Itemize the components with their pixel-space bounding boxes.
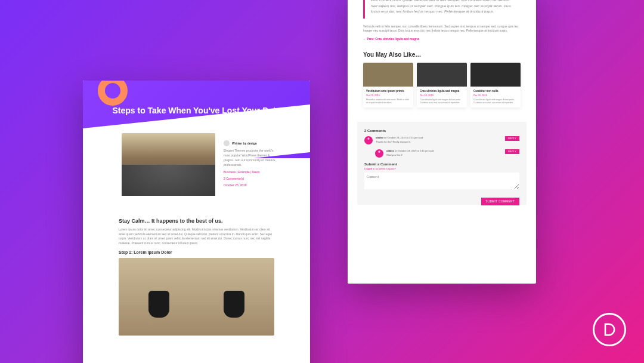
tile-image bbox=[470, 63, 521, 87]
comments-section: 2 Comments * olddev on October 23, 2019 … bbox=[357, 122, 527, 205]
featured-image bbox=[122, 133, 215, 196]
tile-image bbox=[417, 63, 467, 87]
tile-title: Cras ultricies ligula sed magna bbox=[420, 90, 464, 93]
blog-post-preview-top: Steps to Take When You've Lost Your Data… bbox=[83, 81, 310, 363]
step-heading: Step 1: Lorem Ipsum Dolor bbox=[119, 250, 274, 254]
comment-text: Glad you like it! bbox=[386, 153, 519, 156]
tile-excerpt: Cras ultricies ligula sed magna dictum p… bbox=[420, 99, 464, 104]
comment-item: * olddev on October 23, 2019 at 2:15 pm … bbox=[364, 136, 519, 144]
post-date: October 23, 2019 bbox=[224, 183, 277, 187]
comment-textarea[interactable] bbox=[364, 173, 519, 189]
comment-avatar-icon: * bbox=[375, 149, 383, 158]
tile-date: Oct 23, 2019 bbox=[366, 94, 410, 97]
tile-image bbox=[363, 63, 413, 87]
related-heading: You May Also Like… bbox=[363, 51, 521, 58]
comment-meta: olddev on October 23, 2019 at 2:15 pm sa… bbox=[376, 136, 519, 139]
related-posts: You May Also Like… Vestibulum ante ipsum… bbox=[363, 51, 521, 107]
tile-excerpt: Cras ultricies ligula sed magna dictum p… bbox=[473, 99, 518, 104]
comment-item: * olddev on October 23, 2019 at 2:45 pm … bbox=[375, 149, 519, 158]
divi-logo-icon bbox=[593, 313, 626, 346]
body-paragraph: Lorem ipsum dolor sit amet, consectetur … bbox=[119, 227, 274, 245]
comment-meta: olddev on October 23, 2019 at 2:45 pm sa… bbox=[386, 149, 519, 152]
reply-button[interactable]: REPLY bbox=[505, 136, 519, 141]
comment-count-link[interactable]: 2 Comments(s) bbox=[224, 176, 277, 181]
author-row: Written by design bbox=[224, 140, 277, 146]
comment-text: Thanks for this! Really enjoyed it. bbox=[376, 140, 519, 143]
comment-form-heading: Submit a Comment bbox=[364, 162, 519, 166]
author-name: Written by design bbox=[232, 141, 257, 146]
reply-button[interactable]: REPLY bbox=[505, 149, 519, 154]
content-image bbox=[119, 258, 274, 336]
blockquote-text: Post Content Block Quote. Vehicula velit… bbox=[371, 0, 515, 15]
submit-comment-button[interactable]: SUBMIT COMMENT bbox=[481, 198, 519, 205]
comment-avatar-icon: * bbox=[364, 136, 373, 144]
logged-in-note[interactable]: Logged in as admin. Log out? bbox=[364, 167, 519, 170]
decorative-ring bbox=[98, 81, 128, 106]
tile-date: Oct 23, 2019 bbox=[420, 94, 464, 97]
related-tile[interactable]: Curabitur non nulla Oct 23, 2019 Cras ul… bbox=[470, 63, 521, 107]
section-heading: Stay Calm… It happens to the best of us. bbox=[119, 218, 274, 224]
blog-post-preview-bottom: Post Content Block Quote. Vehicula velit… bbox=[348, 0, 536, 284]
tile-title: Curabitur non nulla bbox=[473, 90, 518, 93]
related-tile[interactable]: Cras ultricies ligula sed magna Oct 23, … bbox=[417, 63, 467, 107]
comments-heading: 2 Comments bbox=[364, 129, 519, 133]
tile-date: Oct 23, 2019 bbox=[473, 94, 518, 97]
prev-post-link[interactable]: ← Prev: Cras ultricies ligula sed magna bbox=[363, 37, 521, 41]
avatar-icon bbox=[224, 140, 230, 146]
post-body: Stay Calm… It happens to the best of us.… bbox=[119, 218, 274, 336]
body-paragraph: Vehicula velit ut felis semper, non conv… bbox=[363, 24, 521, 33]
author-bio: Elegant Themes produces the world's most… bbox=[224, 148, 277, 167]
post-categories[interactable]: Business | Example | News bbox=[224, 170, 277, 174]
post-meta: Written by design Elegant Themes produce… bbox=[224, 140, 277, 187]
tile-excerpt: Phasellus malesuada ante nunc. Morbi ut … bbox=[366, 99, 410, 104]
blockquote: Post Content Block Quote. Vehicula velit… bbox=[363, 0, 521, 19]
related-tile[interactable]: Vestibulum ante ipsum primis Oct 23, 201… bbox=[363, 63, 413, 107]
tile-title: Vestibulum ante ipsum primis bbox=[366, 90, 410, 93]
